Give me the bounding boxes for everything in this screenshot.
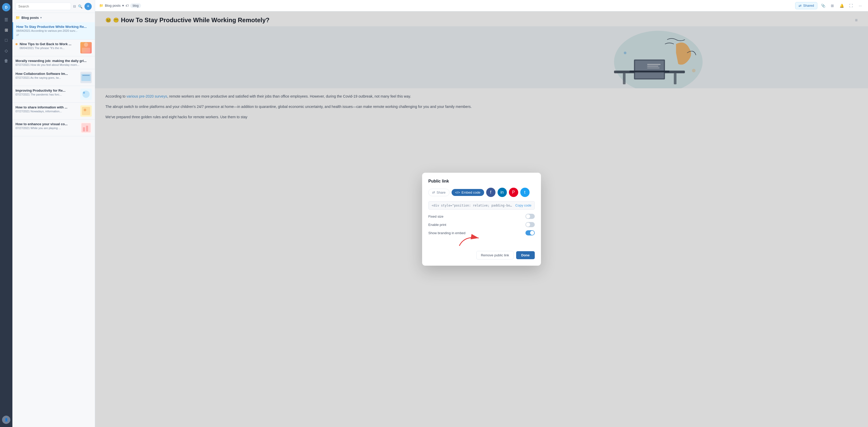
post-content: How to share information with ... 07/27/…	[16, 105, 78, 113]
folder-header[interactable]: 📁 Blog posts ▾	[12, 13, 95, 22]
sidebar-tags-icon[interactable]: ◇	[2, 46, 10, 55]
embed-tab-label: Embed code	[462, 191, 480, 194]
top-bar: 📁 Blog posts ▾ 🏷 blog ⇄ Shared 📎 ⊞ 🔔 ⛶ ·…	[95, 0, 868, 11]
fixed-size-label: Fixed size	[428, 215, 443, 219]
svg-rect-1	[82, 48, 90, 53]
remove-public-link-button[interactable]: Remove public link	[476, 251, 513, 259]
fixed-size-row: Fixed size	[428, 214, 535, 219]
fullscreen-icon[interactable]: ⛶	[847, 2, 855, 9]
post-item[interactable]: Morally rewarding job: making the daily …	[12, 56, 95, 69]
svg-point-4	[83, 91, 90, 98]
sidebar-menu-icon[interactable]: ☰	[2, 15, 10, 24]
post-content: How Collaboration Software Im... 07/27/2…	[16, 72, 78, 79]
post-content: Improving Productivity for Re... 07/27/2…	[16, 89, 78, 96]
post-item[interactable]: How to share information with ... 07/27/…	[12, 103, 95, 120]
post-title: Morally rewarding job: making the daily …	[16, 59, 92, 63]
share-icon: ⇄	[799, 4, 802, 8]
sidebar-trash-icon[interactable]: 🗑	[2, 57, 10, 65]
embed-code-text: <div style="position: relative; padding-…	[432, 204, 513, 207]
search-icon[interactable]: 🔍	[78, 4, 83, 8]
search-input-wrapper[interactable]	[16, 3, 71, 10]
post-title: Nine Tips to Get Back to Work ...	[20, 42, 78, 46]
svg-rect-6	[82, 107, 90, 115]
post-title: How Collaboration Software Im...	[16, 72, 78, 76]
filter-icon[interactable]: ⊟	[73, 4, 76, 8]
post-meta: 08/04/2021 According to various pre-2020…	[16, 29, 92, 32]
article-area: 😐 😶 How To Stay Productive While Working…	[95, 11, 868, 427]
folder-icon: 📁	[16, 15, 20, 20]
bottom-user-icon[interactable]: 👤	[2, 416, 10, 424]
pinterest-button[interactable]: P	[509, 188, 518, 197]
show-branding-toggle[interactable]	[525, 230, 535, 235]
share-tab-label: Share	[437, 191, 445, 194]
post-title: Improving Productivity for Re...	[16, 89, 78, 92]
post-content: How to enhance your visual co... 07/27/2…	[16, 122, 78, 130]
folder-chevron: ▾	[40, 16, 41, 19]
post-item[interactable]: How Collaboration Software Im... 07/27/2…	[12, 69, 95, 86]
tab-share[interactable]: ⇄ Share	[428, 189, 450, 196]
search-bar: ⊟ 🔍 +	[12, 0, 95, 13]
fixed-size-toggle[interactable]	[525, 214, 535, 219]
post-title: How to share information with ...	[16, 105, 78, 109]
user-avatar[interactable]: D	[2, 3, 10, 11]
shared-button[interactable]: ⇄ Shared	[795, 2, 817, 9]
facebook-button[interactable]: f	[486, 188, 495, 197]
post-thumbnail	[80, 42, 92, 54]
post-meta: 07/27/2021 Nowadays, information...	[16, 110, 78, 113]
post-content: Morally rewarding job: making the daily …	[16, 59, 92, 66]
enable-print-row: Enable print	[428, 222, 535, 227]
svg-point-5	[83, 92, 85, 94]
post-thumbnail	[80, 105, 92, 117]
post-meta: 07/27/2021 As the saying goes, tw...	[16, 76, 78, 79]
breadcrumb: 📁 Blog posts ▾ 🏷 blog	[99, 3, 793, 8]
attachment-icon[interactable]: 📎	[819, 2, 827, 9]
sidebar-files-icon[interactable]: □	[2, 36, 10, 44]
svg-point-7	[84, 109, 86, 111]
post-list: How To Stay Productive While Working Re.…	[12, 22, 95, 427]
embed-tab-icon: </>	[455, 191, 460, 194]
modal-tabs: ⇄ Share </> Embed code f in P t	[428, 188, 535, 197]
enable-print-toggle[interactable]	[525, 222, 535, 227]
show-branding-label: Show branding in embed	[428, 231, 466, 235]
tag-badge[interactable]: blog	[130, 3, 141, 8]
main-content: 📁 Blog posts ▾ 🏷 blog ⇄ Shared 📎 ⊞ 🔔 ⛶ ·…	[95, 0, 868, 427]
post-item[interactable]: Improving Productivity for Re... 07/27/2…	[12, 86, 95, 103]
breadcrumb-tag-icon: 🏷	[126, 4, 129, 7]
post-item[interactable]: Nine Tips to Get Back to Work ... 08/04/…	[12, 39, 95, 56]
draft-dot	[16, 43, 18, 45]
share-tab-icon: ⇄	[432, 191, 435, 194]
public-link-modal: Public link ⇄ Share </> Embed code f in …	[422, 173, 541, 266]
twitter-button[interactable]: t	[520, 188, 530, 197]
sidebar-grid-icon[interactable]: ⊞	[2, 26, 10, 34]
post-item[interactable]: How to enhance your visual co... 07/27/2…	[12, 120, 95, 136]
share-icon: ⇄	[16, 33, 92, 37]
post-meta: 07/27/2021 While you are playing ...	[16, 127, 78, 130]
add-button[interactable]: +	[85, 3, 92, 10]
folder-name: Blog posts	[22, 16, 39, 20]
icon-sidebar: D ☰ ⊞ □ ◇ 🗑 👤	[0, 0, 12, 427]
enable-print-label: Enable print	[428, 223, 446, 227]
breadcrumb-folder-icon: 📁	[99, 4, 103, 7]
grid-icon[interactable]: ⊞	[829, 2, 836, 9]
post-item[interactable]: How To Stay Productive While Working Re.…	[12, 22, 95, 39]
svg-rect-10	[86, 126, 88, 131]
svg-rect-3	[83, 75, 90, 76]
linkedin-button[interactable]: in	[498, 188, 507, 197]
copy-code-button[interactable]: Copy code	[516, 203, 531, 207]
modal-overlay: Public link ⇄ Share </> Embed code f in …	[95, 11, 868, 427]
post-thumbnail	[80, 89, 92, 100]
breadcrumb-folder-name[interactable]: Blog posts	[105, 4, 121, 7]
shared-label: Shared	[803, 4, 814, 7]
post-thumbnail	[80, 72, 92, 83]
more-icon[interactable]: ···	[857, 2, 864, 9]
left-panel: ⊟ 🔍 + 📁 Blog posts ▾ How To Stay Product…	[12, 0, 95, 427]
done-button[interactable]: Done	[516, 251, 535, 259]
tab-embed[interactable]: </> Embed code	[452, 189, 484, 196]
search-field[interactable]	[18, 4, 68, 8]
svg-rect-9	[83, 127, 85, 131]
breadcrumb-chevron: ▾	[122, 4, 124, 7]
notification-icon[interactable]: 🔔	[838, 2, 845, 9]
post-content: How To Stay Productive While Working Re.…	[16, 25, 92, 37]
modal-title: Public link	[428, 179, 535, 184]
top-bar-actions: ⇄ Shared 📎 ⊞ 🔔 ⛶ ···	[795, 2, 864, 9]
